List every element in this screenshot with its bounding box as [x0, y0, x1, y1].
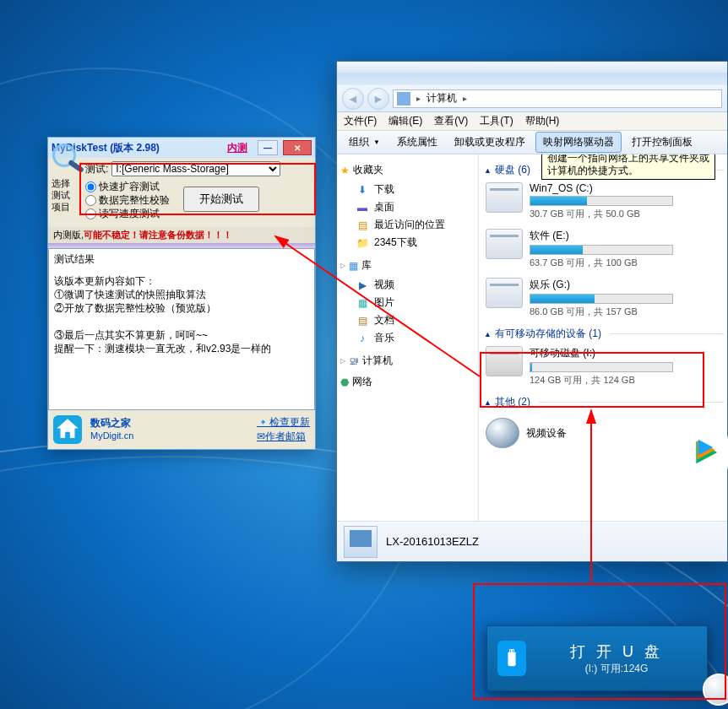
- explorer-titlebar[interactable]: [337, 62, 727, 85]
- close-button[interactable]: ✕: [283, 140, 312, 155]
- side-documents[interactable]: ▤文档: [340, 311, 475, 329]
- side-computer[interactable]: ▷🖳计算机: [340, 354, 475, 368]
- section-removable[interactable]: ▲有可移动存储的设备 (1): [484, 327, 724, 341]
- chevron-down-icon: ▲: [484, 330, 492, 338]
- opt-quick[interactable]: 快速扩容测试: [85, 180, 170, 193]
- drive-i-bar: [530, 362, 673, 372]
- tb-uninstall[interactable]: 卸载或更改程序: [448, 133, 532, 152]
- recent-icon: ▤: [356, 219, 369, 232]
- library-icon: ▦: [349, 260, 358, 272]
- address-bar[interactable]: ▸ 计算机 ▸: [393, 89, 722, 108]
- drive-select[interactable]: I:[Generic Mass-Storage]: [111, 161, 280, 176]
- explorer-navbar: ◄ ► ▸ 计算机 ▸: [337, 85, 727, 112]
- mdt-titlebar[interactable]: MyDiskTest (版本 2.98) 内测 — ✕: [48, 138, 315, 158]
- breadcrumb-computer[interactable]: 计算机: [426, 91, 457, 106]
- test-label: 测试:: [85, 162, 108, 176]
- tb-organize[interactable]: 组织▼: [342, 133, 387, 152]
- side-recent[interactable]: ▤最近访问的位置: [340, 216, 475, 234]
- side-desktop[interactable]: ▬桌面: [340, 198, 475, 216]
- hdd-icon: [486, 182, 523, 213]
- download-icon: ⬇: [356, 183, 369, 197]
- document-icon: ▤: [356, 314, 369, 327]
- toast-title: 打 开 U 盘: [536, 641, 697, 662]
- side-favorites[interactable]: ★收藏夹: [340, 163, 475, 177]
- drive-c-meta: 30.7 GB 可用，共 50.0 GB: [530, 208, 724, 220]
- usb-shield-icon: [497, 641, 526, 676]
- desktop-icon: ▬: [356, 201, 369, 214]
- network-icon: ⬣: [340, 376, 349, 388]
- toast-sub: (I:) 可用:124G: [536, 662, 697, 676]
- menu-help[interactable]: 帮助(H): [525, 114, 560, 128]
- menu-edit[interactable]: 编辑(E): [388, 114, 422, 128]
- chevron-icon: ▷: [340, 357, 345, 365]
- explorer-menu: 文件(F) 编辑(E) 查看(V) 工具(T) 帮助(H): [337, 112, 727, 131]
- drive-c[interactable]: Win7_OS (C:) 30.7 GB 可用，共 50.0 GB: [482, 182, 724, 220]
- check-update-link[interactable]: 🔹检查更新: [257, 415, 310, 430]
- chevron-down-icon: ▼: [373, 138, 380, 146]
- opt-integrity[interactable]: 数据完整性校验: [85, 193, 170, 207]
- chevron-right-icon[interactable]: ▸: [414, 94, 423, 103]
- hdd-icon: [486, 229, 523, 259]
- opt-quick-radio[interactable]: [85, 181, 96, 192]
- mdt-beta-link[interactable]: 内测: [227, 141, 247, 155]
- folder-icon: 📁: [356, 236, 369, 250]
- computer-icon: [397, 92, 410, 106]
- side-downloads[interactable]: ⬇下载: [340, 181, 475, 198]
- results-heading: 测试结果: [54, 252, 309, 266]
- drive-e-bar: [530, 245, 673, 255]
- explorer-window: ◄ ► ▸ 计算机 ▸ 文件(F) 编辑(E) 查看(V) 工具(T) 帮助(H…: [336, 61, 728, 562]
- minimize-button[interactable]: —: [258, 140, 278, 155]
- tb-ctrlpanel[interactable]: 打开控制面板: [625, 133, 699, 152]
- side-network[interactable]: ⬣网络: [340, 375, 475, 389]
- mdt-warning: 内测版, 可能不稳定！请注意备份数据！！！: [48, 227, 315, 243]
- drive-i-removable[interactable]: 可移动磁盘 (I:) 124 GB 可用，共 124 GB: [482, 346, 724, 387]
- mdt-title-text: MyDiskTest (版本 2.98): [52, 141, 160, 155]
- webcam-icon: [486, 418, 519, 448]
- assistant-face-icon[interactable]: [703, 674, 728, 706]
- brand-sub: MyDigit.cn: [90, 430, 133, 442]
- opt-integrity-radio[interactable]: [85, 195, 96, 206]
- chevron-down-icon: ▲: [484, 166, 492, 175]
- menu-file[interactable]: 文件(F): [344, 114, 377, 128]
- map-drive-tooltip: 创建一个指向网络上的共享文件夹或 计算机的快捷方式。: [541, 154, 715, 180]
- mydisktest-window: MyDiskTest (版本 2.98) 内测 — ✕ 选择 测试 项目 测试:…: [47, 137, 316, 450]
- video-icon: ▶: [356, 279, 369, 292]
- drive-c-bar: [530, 196, 673, 206]
- side-libraries[interactable]: ▷▦库: [340, 258, 475, 273]
- drive-i-meta: 124 GB 可用，共 124 GB: [530, 374, 724, 387]
- start-test-button[interactable]: 开始测试: [183, 187, 259, 212]
- menu-view[interactable]: 查看(V): [434, 114, 468, 128]
- music-icon: ♪: [356, 332, 369, 345]
- nav-forward-button[interactable]: ►: [367, 88, 389, 110]
- nav-back-button[interactable]: ◄: [342, 88, 364, 110]
- picture-icon: ▦: [356, 296, 369, 310]
- menu-tools[interactable]: 工具(T): [480, 114, 513, 128]
- side-music[interactable]: ♪音乐: [340, 329, 475, 347]
- mydigit-logo: [53, 415, 82, 444]
- drive-e[interactable]: 软件 (E:) 63.7 GB 可用，共 100 GB: [482, 229, 724, 269]
- drive-g-meta: 86.0 GB 可用，共 157 GB: [530, 306, 724, 318]
- explorer-sidebar: ★收藏夹 ⬇下载 ▬桌面 ▤最近访问的位置 📁2345下载 ▷▦库 ▶视频 ▦图…: [337, 154, 479, 521]
- mdt-footer: 数码之家 MyDigit.cn 🔹检查更新 ✉作者邮箱: [48, 410, 315, 449]
- explorer-statusbar: LX-20161013EZLZ 工作组: WorkGroup 内存: 3.49 …: [337, 521, 727, 561]
- mdt-results: 测试结果 该版本更新内容如下： ①微调了快速测试的快照抽取算法 ②开放了数据完整…: [48, 248, 315, 410]
- tb-map-drive[interactable]: 映射网络驱动器: [535, 132, 622, 153]
- chevron-down-icon: ▷: [340, 262, 345, 269]
- tb-sysprops[interactable]: 系统属性: [390, 133, 444, 152]
- results-body: 该版本更新内容如下： ①微调了快速测试的快照抽取算法 ②开放了数据完整性校验（预…: [54, 274, 309, 355]
- tencent-video-icon[interactable]: [684, 430, 728, 474]
- author-mail-link[interactable]: ✉作者邮箱: [257, 430, 310, 444]
- section-other[interactable]: ▲其他 (2): [484, 395, 724, 409]
- drive-e-name: 软件 (E:): [530, 229, 724, 243]
- drive-g[interactable]: 娱乐 (G:) 86.0 GB 可用，共 157 GB: [482, 278, 724, 318]
- chevron-right-icon[interactable]: ▸: [460, 94, 470, 103]
- side-videos[interactable]: ▶视频: [340, 276, 475, 294]
- usb-toast[interactable]: 打 开 U 盘 (I:) 可用:124G: [486, 625, 708, 691]
- hdd-icon: [486, 278, 523, 308]
- side-2345[interactable]: 📁2345下载: [340, 234, 475, 252]
- computer-large-icon: [344, 526, 378, 558]
- side-pictures[interactable]: ▦图片: [340, 294, 475, 311]
- opt-rw-radio[interactable]: [85, 208, 96, 219]
- drive-i-name: 可移动磁盘 (I:): [530, 346, 724, 360]
- opt-rw[interactable]: 读写速度测试: [85, 207, 170, 220]
